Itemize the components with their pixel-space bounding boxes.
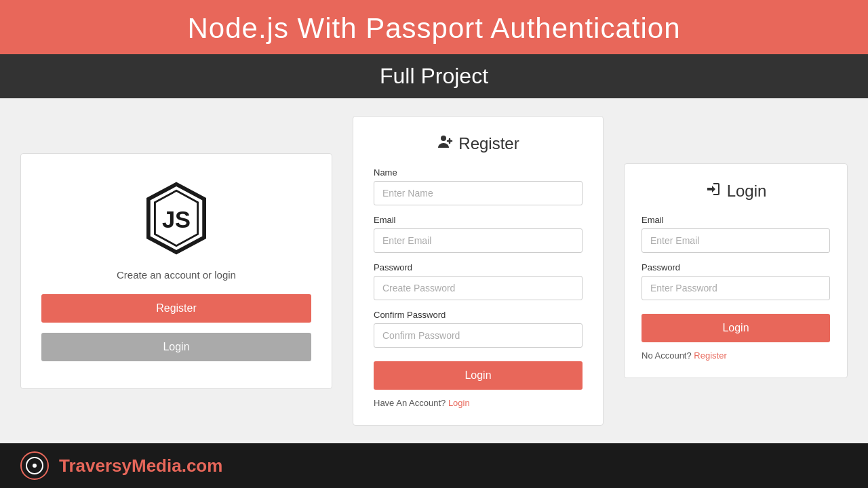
sub-header: Full Project bbox=[0, 54, 868, 98]
sub-title: Full Project bbox=[14, 64, 854, 89]
footer-logo bbox=[20, 451, 49, 480]
register-name-group: Name bbox=[374, 167, 583, 205]
home-login-button[interactable]: Login bbox=[41, 333, 311, 361]
register-name-label: Name bbox=[374, 167, 583, 178]
register-email-input[interactable] bbox=[374, 228, 583, 253]
register-confirm-label: Confirm Password bbox=[374, 310, 583, 320]
login-email-group: Email bbox=[642, 215, 830, 253]
register-header: Register bbox=[374, 134, 583, 154]
register-confirm-input[interactable] bbox=[374, 323, 583, 348]
footer-domain: .com bbox=[182, 455, 223, 476]
login-card: Login Email Password Login No Account? R… bbox=[624, 163, 848, 378]
main-title: Node.js With Passport Authentication bbox=[14, 12, 854, 45]
login-submit-button[interactable]: Login bbox=[642, 314, 830, 342]
register-email-label: Email bbox=[374, 215, 583, 225]
footer-brand-name: TraversyMedia bbox=[59, 455, 182, 476]
register-password-group: Password bbox=[374, 262, 583, 300]
login-account-link: No Account? Register bbox=[642, 350, 830, 361]
login-register-link[interactable]: Register bbox=[694, 350, 726, 361]
footer-brand: TraversyMedia.com bbox=[59, 455, 222, 476]
login-header: Login bbox=[642, 181, 830, 201]
register-confirm-group: Confirm Password bbox=[374, 310, 583, 348]
register-login-button[interactable]: Login bbox=[374, 361, 583, 390]
register-login-link[interactable]: Login bbox=[448, 398, 470, 408]
login-password-group: Password bbox=[642, 262, 830, 300]
nodejs-logo: JS bbox=[139, 181, 214, 256]
login-title: Login bbox=[727, 182, 767, 201]
svg-point-3 bbox=[441, 136, 446, 141]
user-plus-icon bbox=[437, 134, 453, 154]
register-password-label: Password bbox=[374, 262, 583, 272]
register-email-group: Email bbox=[374, 215, 583, 253]
home-card: JS Create an account or login Register L… bbox=[20, 153, 332, 389]
login-arrow-icon bbox=[705, 181, 722, 201]
register-card: Register Name Email Password Confirm Pas… bbox=[353, 116, 604, 426]
header-banner: Node.js With Passport Authentication bbox=[0, 0, 868, 54]
home-subtitle: Create an account or login bbox=[117, 269, 236, 281]
home-register-button[interactable]: Register bbox=[41, 294, 311, 323]
login-password-input[interactable] bbox=[642, 276, 830, 300]
register-name-input[interactable] bbox=[374, 181, 583, 205]
login-password-label: Password bbox=[642, 262, 830, 272]
footer: TraversyMedia.com bbox=[0, 443, 868, 488]
login-email-input[interactable] bbox=[642, 228, 830, 253]
register-account-link: Have An Account? Login bbox=[374, 398, 583, 408]
login-email-label: Email bbox=[642, 215, 830, 225]
register-title: Register bbox=[458, 134, 519, 153]
register-password-input[interactable] bbox=[374, 276, 583, 300]
main-content: JS Create an account or login Register L… bbox=[0, 98, 868, 443]
footer-logo-dot bbox=[33, 464, 37, 468]
footer-logo-inner bbox=[26, 457, 43, 474]
svg-text:JS: JS bbox=[162, 206, 191, 232]
